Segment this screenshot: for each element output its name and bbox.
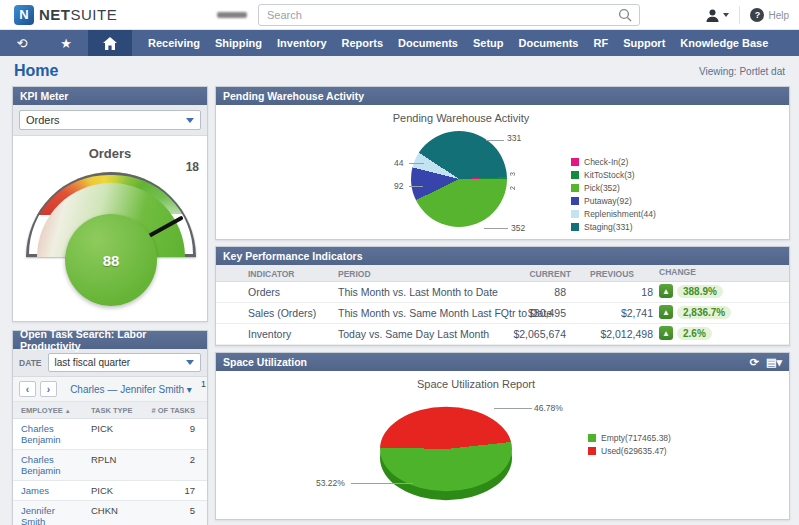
top-header: N NETSUITE ? Help [0, 0, 799, 30]
help-button[interactable]: ? Help [750, 8, 789, 22]
divider [739, 6, 740, 24]
col-task-type[interactable]: TASK TYPE [83, 402, 140, 419]
arrow-up-icon: ▲ [659, 305, 673, 319]
task-count-cell: 9 [140, 419, 207, 450]
shortcuts-star-icon[interactable]: ★ [44, 30, 88, 56]
nav-item-support[interactable]: Support [623, 37, 665, 49]
col-employee[interactable]: EMPLOYEE ▲ [13, 402, 83, 419]
search-input[interactable] [259, 9, 618, 21]
pending-activity-pie[interactable] [411, 131, 507, 227]
kpi-indicator-link[interactable]: Sales (Orders) [248, 307, 316, 319]
employee-link[interactable]: Charles Benjamin [13, 419, 83, 450]
kpi-indicator-link[interactable]: Inventory [248, 328, 291, 340]
callout-line [484, 228, 508, 229]
legend-swatch [588, 447, 596, 455]
range-selector[interactable]: Charles — Jennifer Smith ▾ [61, 384, 201, 395]
kpi-select[interactable]: Orders [19, 110, 201, 130]
chart-title: Space Utilization Report [351, 378, 601, 390]
chevron-down-icon [723, 13, 729, 17]
legend-item: Check-In(2) [571, 157, 656, 167]
refresh-icon[interactable]: ⟳ [750, 357, 759, 368]
pending-activity-header[interactable]: Pending Warehouse Activity [216, 87, 789, 105]
legend-item: Putaway(92) [571, 196, 656, 206]
page-title: Home [14, 62, 58, 80]
gauge-value: 88 [65, 214, 157, 306]
nav-item-reports[interactable]: Reports [342, 37, 384, 49]
task-table: EMPLOYEE ▲ TASK TYPE # OF TASKS Charles … [13, 402, 207, 525]
task-count-cell: 5 [140, 501, 207, 525]
kpi-previous: 18 [641, 286, 653, 298]
space-utilization-chart: Space Utilization Report 46.78% 53.22% E… [216, 371, 789, 519]
netsuite-logo[interactable]: N NETSUITE [14, 5, 117, 25]
legend-swatch [571, 158, 579, 166]
recent-records-icon[interactable]: ⟲ [0, 30, 44, 56]
kpi-meter-header[interactable]: KPI Meter [13, 87, 207, 105]
kpi-previous: $2,012,498 [600, 328, 653, 340]
portlet-menu-icon[interactable]: ▤▾ [766, 357, 782, 368]
pending-activity-legend: Check-In(2) KitToStock(3) Pick(352) Puta… [571, 157, 656, 232]
nav-item-receiving[interactable]: Receiving [148, 37, 200, 49]
task-search-portlet: Open Task Search: Labor Productivity DAT… [12, 330, 208, 525]
kpi-indicator-link[interactable]: Orders [248, 286, 280, 298]
nav-item-rf[interactable]: RF [593, 37, 608, 49]
task-type-cell: RPLN [83, 450, 140, 481]
label-staging: 331 [507, 133, 521, 143]
space-utilization-legend: Empty(717465.38) Used(629635.47) [588, 433, 671, 456]
kpi-header[interactable]: Key Performance Indicators [216, 247, 789, 265]
nav-item-knowledge-base[interactable]: Knowledge Base [680, 37, 768, 49]
legend-swatch [588, 434, 596, 442]
user-menu-icon[interactable] [705, 8, 729, 23]
account-label-redacted [217, 12, 247, 18]
brand-text: NETSUITE [39, 6, 117, 23]
kpi-change: ▲2,836.7% [659, 305, 731, 319]
space-utilization-title: Space Utilization [223, 356, 307, 368]
gauge-zone: Orders 88 18 [13, 136, 207, 322]
legend-item: Empty(717465.38) [588, 433, 671, 443]
home-tab[interactable] [88, 30, 132, 56]
nav-item-documents[interactable]: Documents [398, 37, 458, 49]
col-change: CHANGE [659, 267, 696, 277]
global-search[interactable] [258, 4, 640, 26]
orders-gauge[interactable]: 88 [26, 172, 196, 257]
nav-item-setup[interactable]: Setup [473, 37, 504, 49]
pending-activity-title: Pending Warehouse Activity [223, 90, 364, 102]
gauge-marker-label: 18 [186, 160, 199, 174]
label-used-pct: 46.78% [534, 403, 563, 413]
chevron-down-icon [186, 118, 194, 123]
kpi-row: Sales (Orders) This Month vs. Same Month… [216, 303, 789, 324]
label-empty-pct: 53.22% [316, 478, 345, 488]
nav-item-shipping[interactable]: Shipping [215, 37, 262, 49]
prev-page-button[interactable]: ‹ [19, 381, 36, 397]
space-utilization-pie[interactable] [380, 407, 512, 491]
date-select[interactable]: last fiscal quarter [48, 353, 201, 372]
space-utilization-header[interactable]: Space Utilization ⟳ ▤▾ [216, 353, 789, 371]
task-type-cell: PICK [83, 419, 140, 450]
employee-link[interactable]: Charles Benjamin [13, 450, 83, 481]
dashboard-content: Home Viewing: Portlet dat KPI Meter Orde… [0, 56, 799, 525]
search-icon[interactable] [618, 8, 632, 22]
next-page-button[interactable]: › [40, 381, 57, 397]
col-num-tasks[interactable]: # OF TASKS [140, 402, 207, 419]
kpi-current: $2,065,674 [513, 328, 566, 340]
help-label: Help [768, 10, 789, 21]
task-search-title: Open Task Search: Labor Productivity [20, 328, 200, 352]
nav-item-documents-2[interactable]: Documents [519, 37, 579, 49]
legend-swatch [571, 223, 579, 231]
kpi-current: $80,495 [528, 307, 566, 319]
task-search-header[interactable]: Open Task Search: Labor Productivity [13, 331, 207, 349]
date-select-value: last fiscal quarter [55, 357, 186, 368]
kpi-row: Inventory Today vs. Same Day Last Month … [216, 324, 789, 345]
table-row: Charles Benjamin PICK 9 [13, 419, 207, 450]
kpi-change: ▲2.6% [659, 326, 712, 340]
legend-item: Used(629635.47) [588, 446, 671, 456]
label-pick: 352 [511, 223, 525, 233]
employee-link[interactable]: Jennifer Smith [13, 501, 83, 525]
kpi-select-value: Orders [26, 114, 186, 126]
kpi-column-headers: INDICATOR PERIOD CURRENT PREVIOUS CHANGE [216, 265, 789, 282]
viewing-label[interactable]: Viewing: Portlet dat [699, 66, 785, 77]
legend-swatch [571, 184, 579, 192]
employee-link[interactable]: James [13, 481, 83, 501]
legend-swatch [571, 171, 579, 179]
nav-item-inventory[interactable]: Inventory [277, 37, 327, 49]
callout-line [409, 163, 424, 164]
